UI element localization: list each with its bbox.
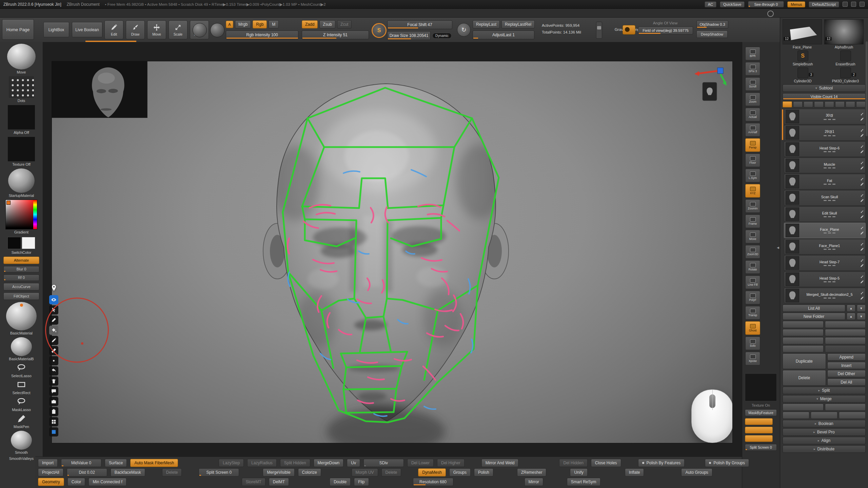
dock-button[interactable]: LazyStep: [219, 459, 244, 467]
dock-button[interactable]: Inflate: [625, 468, 644, 476]
right-shelf-button[interactable]: Line Fill: [745, 276, 760, 289]
mode-button[interactable]: Scale: [169, 20, 188, 39]
dock-button[interactable]: Smart ReSym: [567, 478, 600, 486]
left-tray-item[interactable]: MaskPen: [14, 414, 29, 429]
material-knob-icon-2[interactable]: [210, 23, 224, 37]
menu-item[interactable]: [58, 12, 64, 14]
merge-section-header[interactable]: ▾ Merge: [783, 395, 866, 403]
subtool-version-tab[interactable]: [835, 101, 845, 107]
dock-button[interactable]: MidValue 0: [61, 459, 101, 467]
subtool-row[interactable]: 29경1: [784, 125, 866, 141]
merge-button[interactable]: [783, 404, 824, 411]
dock-button[interactable]: Color: [67, 478, 85, 486]
menu-item[interactable]: [113, 12, 119, 14]
subtool-row[interactable]: Head Step-7: [784, 255, 866, 271]
home-page-button[interactable]: Home Page: [2, 19, 34, 40]
delete-button[interactable]: Delete: [783, 370, 826, 386]
right-shelf-button[interactable]: Zoom: [745, 93, 760, 106]
dock-button[interactable]: Mirror: [525, 478, 543, 486]
subtool-row[interactable]: 30경: [784, 109, 866, 124]
left-tray-item[interactable]: Smooth: [11, 431, 32, 454]
paint-toggle-icon[interactable]: [860, 280, 864, 284]
menu-item[interactable]: [38, 12, 44, 14]
left-tray-item[interactable]: AccuCurve: [3, 283, 39, 290]
subtool-version-tab[interactable]: [825, 101, 834, 107]
left-tray-item[interactable]: Dots: [9, 76, 34, 103]
draw-size-slider[interactable]: Draw Size 108.20541: [387, 31, 431, 40]
right-shelf-button[interactable]: L.Sym: [745, 169, 760, 182]
axis-gizmo[interactable]: [694, 62, 732, 103]
dock-button[interactable]: Close Holes: [591, 459, 621, 467]
left-tray-item[interactable]: MaskLasso: [12, 397, 31, 412]
subtool-action-button[interactable]: [825, 337, 866, 344]
sculpt-toggle-icon[interactable]: [860, 259, 864, 263]
right-shelf-button[interactable]: Move: [745, 230, 760, 243]
left-tray-item[interactable]: Rf 0: [3, 274, 39, 281]
dock-button[interactable]: Geometry: [38, 478, 64, 486]
menu-item[interactable]: [24, 12, 31, 14]
del-other-button[interactable]: Del Other: [827, 370, 866, 377]
menu-item[interactable]: [11, 12, 17, 14]
menu-item[interactable]: [146, 12, 153, 14]
subtool-mini-controls[interactable]: [824, 281, 835, 282]
right-shelf-button[interactable]: PolyF: [745, 291, 760, 304]
dock-button[interactable]: Groups: [449, 468, 471, 476]
dock-button[interactable]: Import: [38, 459, 58, 467]
paint-toggle-icon[interactable]: [860, 247, 864, 251]
left-tray-thumbnail[interactable]: [11, 337, 32, 356]
subtool-row[interactable]: Edit Skull: [784, 206, 866, 222]
right-shelf-button[interactable]: XYZ: [745, 184, 760, 198]
left-tray-thumbnail[interactable]: [9, 76, 34, 98]
annotation-tool-button[interactable]: [49, 387, 58, 396]
recent-tool-item[interactable]: 3 Cylinder3D: [783, 67, 823, 83]
mode-button[interactable]: Move: [147, 20, 166, 39]
right-shelf-button[interactable]: Actual: [745, 108, 760, 121]
subtool-mini-controls[interactable]: [824, 151, 835, 152]
dock-button[interactable]: Auto Groups: [681, 468, 712, 476]
left-tray-thumbnail[interactable]: [7, 236, 36, 250]
palette-section-header[interactable]: ▸ Bevel Pro: [783, 428, 866, 436]
right-shelf-button[interactable]: Transp: [745, 306, 760, 320]
dock-button[interactable]: Mirror And Weld: [481, 459, 519, 467]
menu-item[interactable]: [45, 12, 51, 14]
split-screen-slider[interactable]: Split Screen 0: [745, 444, 777, 451]
subtool-mini-controls[interactable]: [824, 167, 835, 168]
palette-section-header[interactable]: ▸ Align: [783, 437, 866, 444]
dock-button[interactable]: LazyRadius: [247, 459, 277, 467]
dock-button[interactable]: DynaMesh: [418, 468, 446, 476]
left-tray-item[interactable]: BasicMaterial: [6, 302, 37, 335]
dock-button[interactable]: Del Hidden: [559, 459, 587, 467]
interface-icon-1[interactable]: [843, 2, 848, 7]
mask-by-feature-button[interactable]: MaskByFeature: [745, 409, 777, 416]
dock-button[interactable]: Split Screen 0: [199, 468, 239, 476]
subtool-version-tab[interactable]: [814, 101, 824, 107]
merge-option-toggle[interactable]: [745, 427, 773, 433]
subtool-header[interactable]: ▾ Subtool: [783, 84, 866, 92]
texture-thumbnail[interactable]: [745, 373, 777, 401]
merge-button[interactable]: [839, 412, 866, 419]
move-down-button[interactable]: ▼: [857, 305, 866, 312]
annotation-tool-button[interactable]: [49, 377, 58, 386]
alpha-brush-thumbnail[interactable]: 12 AlphaBrush: [824, 19, 864, 49]
subtool-mini-controls[interactable]: [824, 216, 835, 217]
replay-icon[interactable]: [457, 23, 471, 37]
sculpt-toggle-icon[interactable]: [860, 145, 864, 149]
left-tray-thumbnail[interactable]: [6, 302, 37, 330]
focal-shift-slider[interactable]: Focal Shift 47: [387, 20, 452, 29]
sculpt-toggle-icon[interactable]: [860, 291, 864, 295]
replay-last-button[interactable]: ReplayLast: [473, 20, 500, 28]
dock-button[interactable]: MergeDown: [314, 459, 344, 467]
merge-button[interactable]: [825, 404, 866, 411]
deepshadow-button[interactable]: DeepShadow: [696, 30, 728, 38]
subtool-mini-controls[interactable]: [824, 249, 835, 250]
subtool-row[interactable]: Scan Skull: [784, 190, 866, 206]
palette-section-header[interactable]: ▸ Distribute: [783, 445, 866, 453]
subtool-version-tab[interactable]: [793, 101, 803, 107]
subtool-version-tab[interactable]: [804, 101, 813, 107]
dock-button[interactable]: Delete: [162, 468, 182, 476]
annotation-tool-button[interactable]: [49, 427, 58, 436]
tray-collapse-arrow[interactable]: ◂: [777, 245, 779, 250]
mode-button[interactable]: Draw: [126, 20, 145, 39]
right-shelf-button[interactable]: Xpose: [745, 352, 760, 365]
dock-button[interactable]: Unify: [570, 468, 587, 476]
